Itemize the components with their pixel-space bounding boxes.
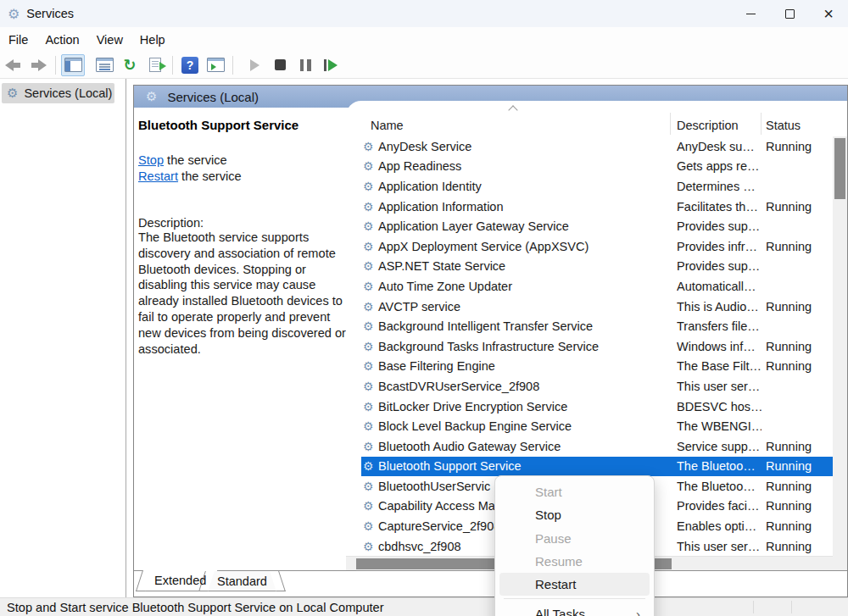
context-menu-item-all-tasks[interactable]: All Tasks› bbox=[499, 602, 650, 616]
title-bar: ⚙ Services × bbox=[0, 0, 848, 27]
table-row[interactable]: ⚙Auto Time Zone UpdaterAutomaticall… bbox=[361, 276, 833, 297]
menu-action[interactable]: Action bbox=[40, 33, 84, 47]
service-gear-icon: ⚙ bbox=[363, 459, 378, 473]
refresh-button[interactable]: ↻ bbox=[118, 54, 142, 76]
console-tree-icon bbox=[64, 58, 82, 72]
back-button[interactable] bbox=[1, 54, 25, 76]
table-row[interactable]: ⚙Application IdentityDetermines … bbox=[361, 176, 833, 197]
table-row[interactable]: ⚙AVCTP serviceThis is Audio…Running bbox=[361, 297, 833, 317]
service-gear-icon: ⚙ bbox=[363, 519, 378, 533]
column-divider[interactable] bbox=[670, 113, 671, 135]
service-name: Block Level Backup Engine Service bbox=[378, 419, 572, 433]
service-gear-icon: ⚙ bbox=[363, 300, 378, 314]
restart-service-link[interactable]: Restart bbox=[138, 169, 178, 183]
service-description: Determines … bbox=[677, 180, 762, 193]
table-row[interactable]: ⚙Background Intelligent Transfer Service… bbox=[361, 316, 833, 336]
context-menu-item-resume: Resume bbox=[499, 550, 650, 573]
table-row[interactable]: ⚙Block Level Backup Engine ServiceThe WB… bbox=[361, 416, 833, 436]
vertical-scrollbar-thumb[interactable] bbox=[834, 138, 845, 199]
service-description: Transfers file… bbox=[677, 319, 762, 333]
service-status: Running bbox=[766, 459, 812, 473]
context-menu-item-restart[interactable]: Restart bbox=[499, 573, 650, 596]
service-description: Facilitates th… bbox=[677, 200, 762, 214]
start-service-icon bbox=[250, 59, 259, 71]
table-row[interactable]: ⚙Bluetooth Support ServiceThe Bluetoo…Ru… bbox=[361, 457, 833, 477]
menu-view[interactable]: View bbox=[92, 33, 128, 47]
service-status: Running bbox=[766, 340, 812, 353]
service-name: Capability Access Ma bbox=[378, 499, 495, 513]
service-description: AnyDesk su… bbox=[677, 140, 762, 153]
show-action-pane-button[interactable] bbox=[204, 54, 227, 76]
table-row[interactable]: ⚙ASP.NET State ServiceProvides sup… bbox=[361, 257, 833, 277]
service-status: Running bbox=[766, 440, 812, 453]
column-divider[interactable] bbox=[761, 113, 762, 135]
table-row[interactable]: ⚙Application Layer Gateway ServiceProvid… bbox=[361, 216, 833, 236]
table-row[interactable]: ⚙BitLocker Drive Encryption ServiceBDESV… bbox=[361, 397, 833, 417]
service-context-menu: StartStopPauseResumeRestartAll Tasks› bbox=[494, 475, 655, 616]
service-name: cbdhsvc_2f908 bbox=[378, 540, 461, 553]
column-header-name[interactable]: Name bbox=[371, 119, 404, 132]
service-name: AVCTP service bbox=[378, 300, 460, 314]
pause-service-button[interactable] bbox=[293, 54, 317, 76]
service-description: Provides faci… bbox=[677, 499, 762, 513]
context-menu-item-stop[interactable]: Stop bbox=[499, 503, 650, 526]
maximize-button[interactable] bbox=[770, 0, 809, 27]
service-name: Bluetooth Support Service bbox=[378, 459, 521, 473]
service-description: Automaticall… bbox=[677, 280, 762, 293]
properties-button[interactable] bbox=[92, 54, 116, 76]
table-row[interactable]: ⚙App ReadinessGets apps re… bbox=[361, 157, 833, 177]
stop-service-icon bbox=[275, 59, 286, 70]
context-menu-item-label: Restart bbox=[535, 577, 576, 591]
show-console-tree-button[interactable] bbox=[61, 54, 85, 76]
vertical-scrollbar[interactable] bbox=[833, 136, 847, 556]
toolbar-separator bbox=[55, 56, 56, 75]
service-gear-icon: ⚙ bbox=[363, 440, 378, 453]
column-header-status[interactable]: Status bbox=[766, 119, 801, 132]
menu-bar: File Action View Help bbox=[0, 27, 848, 52]
table-row[interactable]: ⚙BcastDVRUserService_2f908This user ser… bbox=[361, 376, 833, 397]
services-node-icon: ⚙ bbox=[7, 86, 18, 101]
service-name: BcastDVRUserService_2f908 bbox=[378, 380, 539, 393]
stop-service-line: Stop the service bbox=[138, 153, 341, 169]
tab-standard[interactable]: Standard bbox=[205, 571, 279, 591]
menu-help[interactable]: Help bbox=[135, 33, 170, 47]
start-service-button[interactable] bbox=[243, 54, 266, 76]
service-name: AppX Deployment Service (AppXSVC) bbox=[378, 240, 589, 253]
minimize-button[interactable] bbox=[731, 0, 770, 27]
stop-service-link[interactable]: Stop bbox=[138, 153, 164, 167]
service-gear-icon: ⚙ bbox=[363, 219, 378, 233]
service-status: Running bbox=[766, 200, 812, 214]
service-gear-icon: ⚙ bbox=[363, 400, 378, 413]
services-panel: ⚙ Services (Local) Bluetooth Support Ser… bbox=[133, 85, 848, 597]
refresh-icon: ↻ bbox=[123, 58, 136, 73]
context-menu-item-pause: Pause bbox=[499, 527, 650, 550]
table-row[interactable]: ⚙Background Tasks Infrastructure Service… bbox=[361, 336, 833, 357]
service-name: BluetoothUserServic bbox=[378, 480, 490, 493]
table-row[interactable]: ⚙Bluetooth Audio Gateway ServiceService … bbox=[361, 436, 833, 457]
service-description: The Bluetoo… bbox=[677, 480, 762, 493]
export-list-button[interactable] bbox=[143, 54, 167, 76]
service-description: The Bluetoo… bbox=[677, 459, 762, 473]
stop-service-button[interactable] bbox=[268, 54, 292, 76]
menu-file[interactable]: File bbox=[3, 33, 33, 47]
service-gear-icon: ⚙ bbox=[363, 259, 378, 273]
table-row[interactable]: ⚙AnyDesk ServiceAnyDesk su…Running bbox=[361, 136, 833, 157]
table-row[interactable]: ⚙Application InformationFacilitates th…R… bbox=[361, 197, 833, 217]
table-row[interactable]: ⚙Base Filtering EngineThe Base Filt…Runn… bbox=[361, 357, 833, 377]
column-header-description[interactable]: Description bbox=[677, 119, 739, 132]
table-row[interactable]: ⚙AppX Deployment Service (AppXSVC)Provid… bbox=[361, 236, 833, 257]
service-description: Gets apps re… bbox=[677, 159, 762, 173]
description-text: The Bluetooth service supports discovery… bbox=[138, 230, 347, 357]
submenu-chevron-icon: › bbox=[636, 607, 640, 616]
forward-button[interactable] bbox=[26, 54, 50, 76]
help-button[interactable]: ? bbox=[178, 54, 202, 76]
tree-item-services-local[interactable]: ⚙ Services (Local) bbox=[2, 83, 114, 103]
restart-service-button[interactable] bbox=[319, 54, 343, 76]
service-name: AnyDesk Service bbox=[378, 140, 471, 153]
properties-icon bbox=[96, 58, 114, 72]
services-window: ⚙ Services × File Action View Help ↻ bbox=[0, 0, 848, 616]
service-gear-icon: ⚙ bbox=[363, 540, 378, 553]
sort-ascending-icon bbox=[508, 105, 517, 114]
close-button[interactable]: × bbox=[809, 0, 848, 27]
minimize-icon bbox=[746, 14, 756, 14]
